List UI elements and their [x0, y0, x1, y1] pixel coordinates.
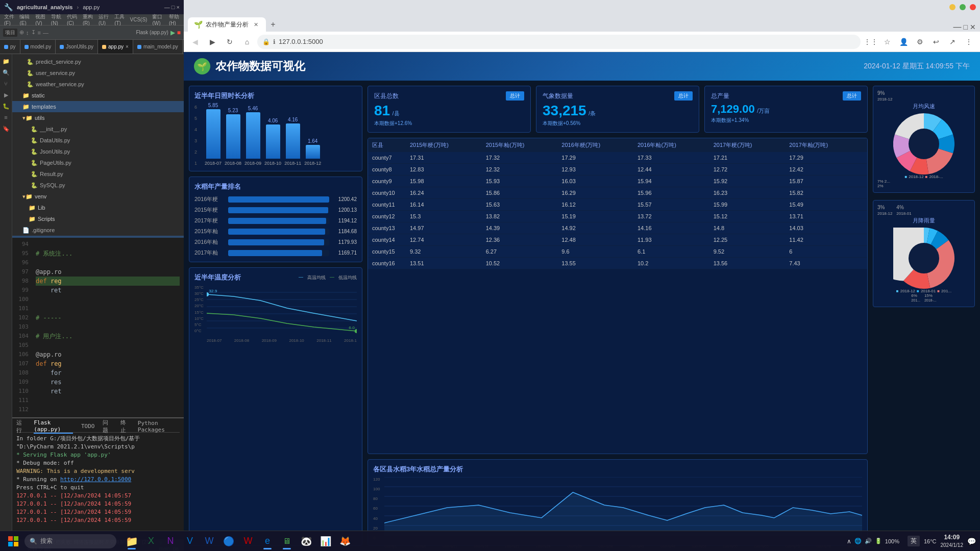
- menu-view[interactable]: 视图(V): [33, 13, 48, 26]
- browser-min-btn[interactable]: —: [953, 22, 962, 32]
- forward-button[interactable]: ▶: [205, 35, 219, 49]
- tree-item-venv[interactable]: ▾📁 venv: [12, 191, 184, 202]
- browser-close-btn[interactable]: ✕: [970, 23, 976, 31]
- tree-item-templates[interactable]: 📁 templates: [12, 101, 184, 112]
- left-icon-run[interactable]: ▶: [1, 90, 11, 100]
- tree-item-datautils[interactable]: 🐍 DataUtils.py: [12, 135, 184, 146]
- volume-icon[interactable]: 🔊: [865, 538, 872, 544]
- terminal-tab-packages[interactable]: Python Packages: [138, 420, 180, 433]
- left-icon-bookmark[interactable]: 🔖: [1, 123, 11, 134]
- new-tab-button[interactable]: +: [266, 17, 280, 32]
- taskbar-explorer[interactable]: 📁: [122, 532, 141, 550]
- menu-refactor[interactable]: 重构(R): [81, 13, 95, 26]
- tray-icon-up[interactable]: ∧: [847, 538, 851, 545]
- extensions-btn[interactable]: ⋮⋮: [864, 35, 878, 49]
- tree-item-result[interactable]: 🐍 Result.py: [12, 168, 184, 180]
- menu-window[interactable]: 窗口(W): [150, 13, 165, 26]
- window-close[interactable]: [970, 4, 976, 10]
- tab-py[interactable]: py: [0, 40, 20, 54]
- code-content[interactable]: # 系统注... @app.ro def reg ret # ----- # 用…: [32, 238, 184, 417]
- left-icon-structure[interactable]: ≡: [1, 112, 11, 122]
- stat-btn-counties[interactable]: 总计: [506, 91, 524, 101]
- bookmark-star-btn[interactable]: ☆: [880, 35, 894, 49]
- tree-item-jsonutils[interactable]: 🐍 JsonUtils.py: [12, 146, 184, 157]
- more-btn[interactable]: ⋮: [962, 35, 976, 49]
- taskbar-browser-red[interactable]: W: [239, 532, 257, 550]
- menu-code[interactable]: 代码(C): [65, 13, 80, 26]
- menu-help[interactable]: 帮助(H): [167, 13, 182, 26]
- notification-btn[interactable]: 💬: [967, 537, 976, 545]
- tab-close-btn[interactable]: ✕: [252, 20, 260, 29]
- terminal-tab-run[interactable]: 运行: [16, 419, 26, 434]
- battery-icon[interactable]: 🔋: [875, 538, 882, 544]
- stat-btn-production[interactable]: 总计: [843, 91, 861, 101]
- tree-item-sysql[interactable]: 🐍 SySQL.py: [12, 180, 184, 191]
- terminal-tab-flask[interactable]: Flask (app.py): [34, 419, 73, 434]
- taskbar-app6[interactable]: 🔵: [219, 532, 238, 550]
- tree-item-weather[interactable]: 🐍 weather_service.py: [12, 79, 184, 90]
- tab-jsonutils[interactable]: JsonUtils.py: [56, 40, 98, 54]
- taskbar-app11[interactable]: 📊: [316, 532, 335, 550]
- taskbar-firefox[interactable]: 🦊: [336, 532, 354, 550]
- bar-1: [206, 109, 220, 159]
- taskbar-search-bar[interactable]: 🔍 搜索: [24, 534, 116, 548]
- window-maximize[interactable]: [960, 4, 966, 10]
- stat-btn-weather[interactable]: 总计: [674, 91, 693, 101]
- tree-item-static[interactable]: 📁 static: [12, 90, 184, 101]
- window-minimize[interactable]: [949, 4, 955, 10]
- toolbar-icon4[interactable]: ≡: [38, 30, 41, 36]
- tab-app[interactable]: app.py ×: [98, 40, 133, 54]
- menu-edit[interactable]: 编辑(E): [17, 13, 32, 26]
- toolbar-icon1[interactable]: ⊕: [19, 29, 24, 36]
- toolbar-icon5[interactable]: —: [43, 30, 48, 36]
- tree-item-scripts[interactable]: 📁 Scripts: [12, 213, 184, 224]
- browser-tab-active[interactable]: 🌱 农作物产量分析 ✕: [188, 17, 266, 32]
- ime-indicator[interactable]: 英: [908, 536, 920, 546]
- menu-tools[interactable]: 工具(T): [112, 13, 127, 26]
- tab-model[interactable]: model.py: [20, 40, 56, 54]
- stop-btn[interactable]: ■: [177, 29, 181, 36]
- tree-item-gitignore[interactable]: 📄 .gitignore: [12, 224, 184, 236]
- tree-item-pageutils[interactable]: 🐍 PageUtils.py: [12, 157, 184, 168]
- taskbar-edge[interactable]: e: [258, 532, 277, 550]
- settings-btn[interactable]: ⚙: [913, 35, 927, 49]
- taskbar-music[interactable]: 🐼: [297, 532, 315, 550]
- left-icon-search[interactable]: 🔍: [1, 67, 11, 78]
- left-icon-folder[interactable]: 📁: [1, 56, 11, 66]
- toolbar-icon2[interactable]: ↕: [26, 30, 29, 36]
- url-bar[interactable]: 🔒 ℹ 127.0.0.1:5000: [257, 35, 861, 49]
- taskbar-word[interactable]: W: [200, 532, 218, 550]
- tree-item-utils[interactable]: ▾📁 utils: [12, 112, 184, 123]
- tree-item-lib[interactable]: 📁 Lib: [12, 202, 184, 213]
- menu-file[interactable]: 文件(F): [2, 13, 16, 26]
- tab-main-model[interactable]: main_model.py: [133, 40, 183, 54]
- taskbar-visio[interactable]: V: [181, 532, 199, 550]
- tree-item-user-service[interactable]: 🐍 user_service.py: [12, 67, 184, 79]
- toolbar-icon3[interactable]: ↧: [31, 29, 36, 36]
- terminal-tab-todo[interactable]: TODO: [81, 423, 95, 430]
- menu-run[interactable]: 运行(U): [96, 13, 111, 26]
- terminal-tab-stop[interactable]: 终止: [120, 419, 130, 434]
- tree-item-init[interactable]: 🐍 __init__.py: [12, 123, 184, 135]
- menu-nav[interactable]: 导航(N): [49, 13, 64, 26]
- menu-vcs[interactable]: VCS(S): [128, 17, 150, 22]
- browser-restore-btn[interactable]: □: [964, 23, 968, 31]
- left-icon-git[interactable]: ⑂: [1, 79, 11, 89]
- left-icon-debug[interactable]: 🐛: [1, 101, 11, 111]
- network-icon[interactable]: 🌐: [854, 538, 862, 544]
- reload-button[interactable]: ↻: [223, 35, 237, 49]
- tree-item-predict[interactable]: 🐍 predict_service.py: [12, 56, 184, 67]
- run-btn[interactable]: ▶: [170, 29, 175, 36]
- back-button[interactable]: ◀: [188, 35, 202, 49]
- terminal-tab-problems[interactable]: 问题: [103, 419, 112, 434]
- flask-url-link[interactable]: http://127.0.0.1:5000: [60, 476, 131, 483]
- profile-btn[interactable]: 👤: [896, 35, 911, 49]
- taskbar-pycharm[interactable]: 🖥: [278, 532, 296, 550]
- taskbar-excel[interactable]: X: [142, 532, 160, 550]
- clock[interactable]: 14:09 2024/1/12: [941, 534, 964, 548]
- undo-btn[interactable]: ↩: [929, 35, 943, 49]
- taskbar-onenote[interactable]: N: [161, 532, 180, 550]
- home-button[interactable]: ⌂: [240, 35, 254, 49]
- start-button[interactable]: [4, 532, 22, 550]
- share-btn[interactable]: ↗: [945, 35, 960, 49]
